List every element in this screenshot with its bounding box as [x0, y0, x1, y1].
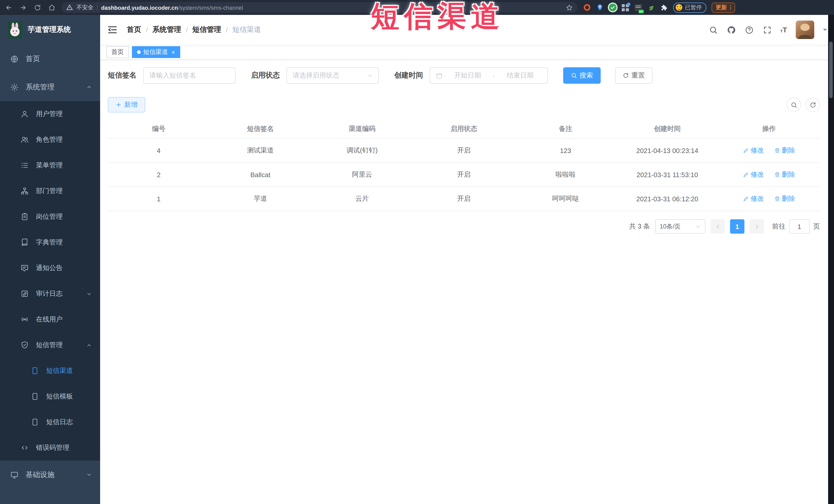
extension-pin-icon[interactable]	[595, 3, 604, 12]
prev-page-button[interactable]	[710, 219, 725, 234]
tags-view: 首页 短信渠道 ×	[100, 45, 834, 60]
search-icon	[790, 102, 797, 108]
edit-link[interactable]: 修改	[743, 194, 764, 203]
sms-channel-table: 编号 短信签名 渠道编码 启用状态 备注 创建时间 操作 4 测试渠道	[108, 119, 820, 211]
delete-link[interactable]: 删除	[774, 194, 795, 203]
add-button[interactable]: 新增	[108, 97, 145, 112]
sign-input[interactable]: 请输入短信签名	[143, 67, 236, 84]
search-button-label: 搜索	[579, 71, 593, 80]
sidebar-collapse-icon[interactable]	[107, 25, 117, 35]
sidebar-item-dict[interactable]: 字典管理	[0, 229, 100, 255]
extension-check-icon[interactable]	[608, 3, 617, 12]
date-range-picker[interactable]: 开始日期 - 结束日期	[430, 67, 548, 84]
tag-dot-icon	[137, 50, 141, 54]
avatar-caret-icon[interactable]	[823, 29, 827, 33]
chevron-down-icon	[86, 291, 92, 297]
extension-grid-icon[interactable]	[621, 3, 630, 12]
sidebar-item-sms[interactable]: 短信管理	[0, 332, 100, 358]
back-icon[interactable]	[4, 3, 13, 12]
sidebar-item-error-codes[interactable]: 错误码管理	[0, 435, 100, 461]
toggle-search-button[interactable]	[787, 97, 801, 112]
breadcrumb-system[interactable]: 系统管理	[152, 25, 181, 35]
sidebar-item-departments[interactable]: 部门管理	[0, 178, 100, 204]
sidebar-item-sms-log[interactable]: 短信日志	[0, 409, 100, 435]
time-label: 创建时间	[394, 71, 423, 80]
extension-ubuntu-icon[interactable]	[583, 3, 591, 12]
trash-icon	[774, 196, 780, 202]
delete-link[interactable]: 删除	[774, 170, 795, 179]
sidebar-item-menus[interactable]: 菜单管理	[0, 153, 100, 178]
document-icon	[31, 392, 39, 400]
search-icon[interactable]	[708, 25, 718, 35]
breadcrumb-home[interactable]: 首页	[127, 25, 141, 35]
sidebar-item-home[interactable]: 首页	[0, 45, 100, 73]
plus-icon	[115, 102, 122, 108]
fullscreen-icon[interactable]	[762, 25, 772, 35]
total-count: 共 3 条	[629, 222, 650, 231]
refresh-table-button[interactable]	[806, 97, 820, 112]
goto-page-input[interactable]	[789, 219, 810, 234]
message-icon	[21, 264, 29, 272]
user-icon	[21, 110, 29, 118]
profile-paused-chip[interactable]: 已暂停	[673, 2, 706, 13]
sidebar-item-notice[interactable]: 通知公告	[0, 255, 100, 281]
tag-sms-channel[interactable]: 短信渠道 ×	[132, 46, 180, 58]
status-select[interactable]: 请选择启用状态	[286, 67, 379, 84]
security-label: 不安全	[76, 4, 93, 11]
forward-icon[interactable]	[19, 3, 28, 12]
cell-created: 2021-03-31 06:12:20	[616, 187, 718, 211]
sidebar-item-audit-log[interactable]: 审计日志	[0, 281, 100, 307]
browser-scrollbar[interactable]	[828, 15, 834, 504]
tag-close-icon[interactable]: ×	[172, 49, 175, 55]
reload-icon[interactable]	[33, 3, 42, 12]
logo-rabbit-icon	[7, 21, 23, 39]
warning-icon	[66, 4, 73, 11]
sidebar-item-sms-template[interactable]: 短信模板	[0, 384, 100, 409]
sidebar-item-users[interactable]: 用户管理	[0, 101, 100, 127]
sidebar-item-posts[interactable]: 岗位管理	[0, 204, 100, 229]
cell-status: 开启	[413, 187, 515, 211]
app-logo[interactable]: 芋道管理系统	[0, 15, 100, 45]
extensions-puzzle-icon[interactable]	[660, 3, 668, 12]
monitor-icon	[10, 470, 19, 479]
font-size-icon[interactable]: тT	[780, 26, 787, 34]
page-size-select[interactable]: 10条/页	[655, 219, 705, 234]
reset-button[interactable]: 重置	[615, 67, 653, 84]
reset-button-label: 重置	[632, 71, 645, 80]
edit-link[interactable]: 修改	[743, 170, 764, 179]
browser-update-button[interactable]: 更新	[711, 2, 735, 13]
sidebar-item-infra[interactable]: 基础设施	[0, 461, 100, 489]
book-icon	[21, 238, 29, 246]
sign-label: 短信签名	[108, 71, 136, 80]
sidebar-item-system[interactable]: 系统管理	[0, 73, 100, 101]
col-remark: 备注	[515, 119, 616, 138]
paused-label: 已暂停	[685, 4, 702, 11]
end-date-placeholder: 结束日期	[499, 71, 542, 80]
next-page-button[interactable]	[749, 219, 764, 234]
github-icon[interactable]	[726, 25, 736, 35]
browser-menu-icon[interactable]	[730, 5, 731, 10]
sidebar-item-roles[interactable]: 角色管理	[0, 127, 100, 153]
extension-leaf-icon[interactable]	[647, 3, 655, 12]
badge-icon	[21, 213, 29, 221]
signal-icon	[21, 315, 29, 324]
extension-gif-icon[interactable]: GIF	[634, 3, 642, 12]
cell-actions: 修改 删除	[718, 162, 820, 187]
delete-link[interactable]: 删除	[774, 146, 795, 155]
start-date-placeholder: 开始日期	[446, 71, 489, 80]
help-icon[interactable]	[744, 25, 754, 35]
sidebar-filler	[0, 489, 100, 504]
page-number-1[interactable]: 1	[730, 219, 744, 234]
tag-home[interactable]: 首页	[106, 46, 129, 58]
calendar-icon	[436, 72, 442, 79]
sidebar-item-sms-channel[interactable]: 短信渠道	[0, 358, 100, 384]
sidebar-item-online-users[interactable]: 在线用户	[0, 307, 100, 332]
scrollbar-thumb[interactable]	[829, 42, 833, 98]
edit-link[interactable]: 修改	[743, 146, 764, 155]
bookmark-star-icon[interactable]	[566, 4, 573, 11]
avatar[interactable]	[796, 21, 814, 39]
breadcrumb-sms[interactable]: 短信管理	[193, 25, 221, 35]
search-button[interactable]: 搜索	[563, 67, 601, 84]
edit-icon	[743, 147, 749, 154]
home-icon[interactable]	[47, 3, 57, 12]
